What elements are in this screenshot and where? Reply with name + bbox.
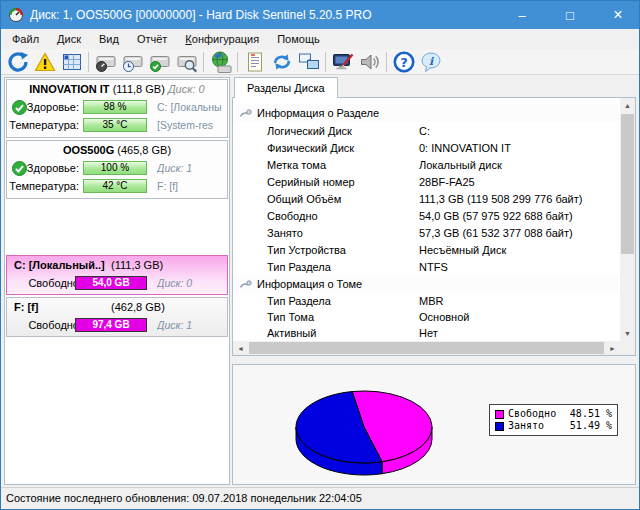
scroll-up-icon[interactable]: ▲ (620, 98, 635, 113)
window-title: Диск: 1, OOS500G [00000000] - Hard Disk … (30, 8, 495, 22)
menu-item[interactable]: Отчёт (128, 29, 176, 49)
status-bar: Состояние последнего обновления: 09.07.2… (1, 487, 639, 509)
network-drive-icon[interactable] (207, 50, 234, 74)
disk-panel-1[interactable]: OOS500G (465,8 GB) Здоровье: 100 % Диск:… (6, 140, 228, 199)
partition-title: C: [Локальный..] (111,3 GB) (7, 259, 227, 273)
horizontal-scroll-thumb[interactable] (249, 342, 604, 354)
menu-item[interactable]: Конфигурация (176, 29, 268, 49)
disk-search-icon[interactable] (173, 50, 200, 74)
info-label: Активный (234, 327, 419, 339)
scroll-down-icon[interactable]: ▼ (620, 326, 635, 341)
disk-title: INNOVATION IT (111,8 GB) Диск: 0 (7, 83, 227, 95)
info-icon[interactable]: i (417, 50, 444, 74)
disk-name: INNOVATION IT (29, 83, 109, 95)
info-value: 111,3 GB (119 508 299 776 байт) (419, 193, 619, 205)
remote-monitors-icon[interactable] (295, 50, 322, 74)
disk-list-panel: INNOVATION IT (111,8 GB) Диск: 0 Здоровь… (4, 77, 230, 485)
info-value: Нет (419, 327, 619, 339)
legend-label: Свободно (508, 408, 562, 420)
warning-icon[interactable] (31, 50, 58, 74)
tab-disk-partitions[interactable]: Разделы Диска (234, 77, 338, 98)
toolbar-separator (88, 52, 89, 72)
minimize-button[interactable]: – (501, 1, 543, 29)
detail-area: Разделы Диска Информация о Разделе Логич… (232, 77, 636, 485)
surface-test-icon[interactable] (58, 50, 85, 74)
partition-size: (111,3 GB) (111, 259, 163, 271)
temperature-bar: 35 °C (83, 118, 147, 132)
info-label: Общий Объём (234, 193, 419, 205)
disk-clock-icon[interactable] (119, 50, 146, 74)
temperature-label: Температура: (7, 119, 79, 131)
toolbar-separator (386, 52, 387, 72)
info-row: Логический ДискC: (234, 122, 619, 139)
partition-disk-number: Диск: 1 (157, 319, 225, 331)
menu-item[interactable]: Вид (90, 29, 128, 49)
info-value: NTFS (419, 261, 619, 273)
legend-row: Занято 51.49 % (495, 420, 612, 432)
free-space-row: Свободно 54,0 GB Диск: 0 (7, 276, 227, 291)
partition-panel-c[interactable]: C: [Локальный..] (111,3 GB) Свободно 54,… (6, 255, 228, 295)
info-value: Локальный диск (419, 159, 619, 171)
section-header-volume: Информация о Томе (234, 275, 619, 293)
health-row: Здоровье: 100 % Диск: 1 (7, 161, 227, 176)
scroll-right-icon[interactable]: ► (605, 341, 620, 355)
info-value: 28BF-FA25 (419, 176, 619, 188)
sync-icon[interactable] (268, 50, 295, 74)
vertical-scroll-thumb[interactable] (621, 114, 634, 254)
info-label: Физический Диск (234, 142, 419, 154)
health-label: Здоровье: (7, 101, 79, 113)
info-value: 54,0 GB (57 975 922 688 байт) (419, 210, 619, 222)
info-label: Тип Тома (234, 311, 419, 323)
disk-panel-0[interactable]: INNOVATION IT (111,8 GB) Диск: 0 Здоровь… (6, 79, 228, 138)
toolbar-separator (203, 52, 204, 72)
horizontal-scrollbar[interactable]: ◄ ► (233, 341, 620, 355)
partition-panel-f[interactable]: F: [f] (462,8 GB) Свободно 97,4 GB Диск:… (6, 297, 228, 337)
free-space-bar: 97,4 GB (75, 318, 147, 332)
main-area: INNOVATION IT (111,8 GB) Диск: 0 Здоровь… (1, 75, 639, 487)
toolbar-separator (237, 52, 238, 72)
app-window: Диск: 1, OOS500G [00000000] - Hard Disk … (0, 0, 640, 510)
partition-name: C: [Локальный..] (14, 259, 105, 271)
section-title: Информация о Томе (257, 278, 362, 290)
info-row: Тип УстройстваНесъёмный Диск (234, 241, 619, 258)
disk-ok-icon[interactable] (146, 50, 173, 74)
partition-title: F: [f] (462,8 GB) (7, 301, 227, 315)
partition-info-box: Информация о Разделе Логический ДискC: Ф… (232, 97, 636, 356)
info-row: Тип ТомаОсновной (234, 309, 619, 325)
report-icon[interactable] (241, 50, 268, 74)
info-value: MBR (419, 295, 619, 307)
health-bar: 100 % (83, 161, 147, 175)
info-rows-partition: Логический ДискC: Физический Диск0: INNO… (234, 122, 619, 275)
partition-name: F: [f] (14, 301, 38, 313)
info-row: Общий Объём111,3 GB (119 508 299 776 бай… (234, 190, 619, 207)
maximize-button[interactable]: □ (549, 1, 591, 29)
scrollbar-corner (620, 341, 635, 355)
menu-item[interactable]: Диск (48, 29, 90, 49)
scroll-left-icon[interactable]: ◄ (233, 341, 248, 355)
disk-gauge-icon[interactable] (92, 50, 119, 74)
section-icon (239, 278, 252, 291)
free-label: Свободно (7, 319, 79, 331)
info-label: Занято (234, 227, 419, 239)
info-label: Метка тома (234, 159, 419, 171)
monitor-edit-icon[interactable] (329, 50, 356, 74)
toolbar-separator (325, 52, 326, 72)
refresh-icon[interactable] (4, 50, 31, 74)
menu-item[interactable]: Помощь (268, 29, 329, 49)
disk-number: Диск: 0 (168, 83, 205, 95)
disk-volumes-label: F: [f] (157, 180, 225, 192)
info-value: Основной (419, 311, 619, 323)
section-title: Информация о Разделе (257, 107, 379, 119)
close-button[interactable]: × (597, 1, 639, 29)
menu-item[interactable]: Файл (3, 29, 48, 49)
sound-icon[interactable] (356, 50, 383, 74)
svg-text:?: ? (400, 54, 408, 69)
info-row: Тип РазделаMBR (234, 293, 619, 309)
info-value: Несъёмный Диск (419, 244, 619, 256)
disk-volumes-label: [System-res (157, 119, 225, 131)
info-label: Тип Раздела (234, 295, 419, 307)
info-row: Физический Диск0: INNOVATION IT (234, 139, 619, 156)
disk-size: (465,8 GB) (117, 144, 171, 156)
vertical-scrollbar[interactable]: ▲ ▼ (620, 98, 635, 341)
help-icon[interactable]: ? (390, 50, 417, 74)
